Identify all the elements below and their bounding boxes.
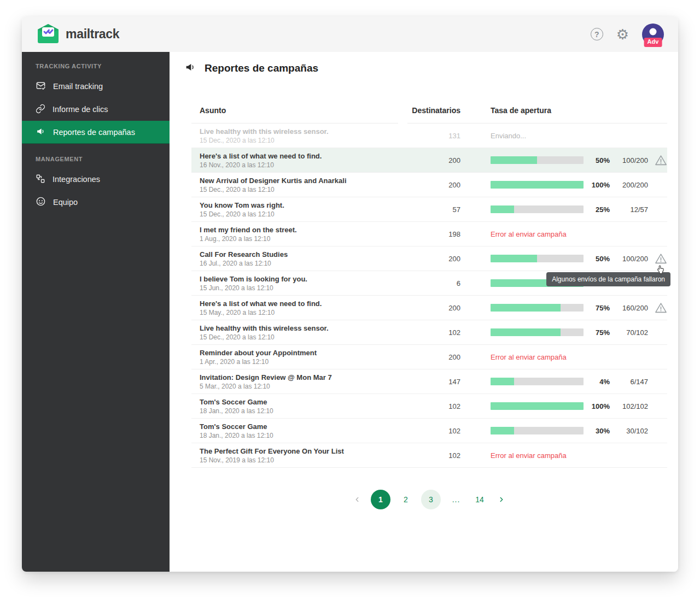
campaign-row[interactable]: Here's a list of what we need to find. 1… — [191, 148, 667, 173]
open-rate-percent: 50% — [584, 255, 610, 263]
mouse-cursor-icon — [656, 265, 666, 275]
campaign-date: 18 Jan., 2020 a las 12:10 — [200, 407, 399, 415]
campaign-date: 15 May., 2020 a las 12:10 — [200, 309, 399, 316]
campaign-date: 15 Jun., 2020 a las 12:10 — [200, 284, 399, 292]
sidebar-item-email-tracking[interactable]: Email tracking — [22, 75, 170, 98]
open-rate-ratio: 160/200 — [610, 304, 648, 312]
sidebar-item-label: Equipo — [53, 198, 78, 207]
campaign-open-rate-cell: 25% 12/57 — [491, 197, 667, 221]
campaign-row[interactable]: The Perfect Gift For Everyone On Your Li… — [191, 443, 667, 468]
warning-triangle-icon[interactable] — [655, 252, 667, 265]
settings-gear-icon[interactable]: ⚙ — [616, 27, 629, 42]
campaign-row[interactable]: Invitation: Design Review @ Mon Mar 7 5 … — [191, 369, 667, 394]
open-rate-percent: 75% — [584, 304, 610, 312]
campaign-subject: Live healthy with this wireless sensor. — [200, 324, 399, 333]
campaign-recipients: 102 — [399, 402, 460, 410]
brand-logo: mailtrack — [36, 23, 119, 46]
campaign-open-rate-cell: 100% 102/102 — [491, 394, 667, 418]
pagination-prev-icon[interactable] — [351, 490, 364, 509]
warning-slot — [648, 400, 667, 413]
campaign-recipients: 57 — [399, 205, 460, 214]
campaign-date: 16 Nov., 2020 a las 12:10 — [200, 161, 399, 169]
mailtrack-logo-icon — [36, 23, 61, 46]
campaign-row[interactable]: Tom's Soccer Game 18 Jan., 2020 a las 12… — [191, 394, 667, 419]
campaign-subject-cell: Call For Research Studies 16 Jul., 2020 … — [191, 250, 399, 268]
pagination-page-1[interactable]: 1 — [371, 490, 390, 509]
progress-track — [491, 181, 584, 189]
pagination-page-3[interactable]: 3 — [421, 490, 441, 509]
open-rate-ratio: 100/200 — [610, 156, 648, 165]
open-rate-progress: 4% 6/147 — [491, 375, 667, 388]
campaign-row[interactable]: Tom's Soccer Game 18 Jan., 2020 a las 12… — [191, 419, 667, 443]
sidebar-section-tracking: TRACKING ACTIVITY — [22, 55, 170, 75]
warning-triangle-icon[interactable] — [655, 302, 667, 314]
campaign-subject-cell: Here's a list of what we need to find. 1… — [191, 151, 399, 169]
envelope-check-icon — [36, 80, 46, 92]
progress-track — [491, 205, 584, 213]
open-rate-percent: 25% — [584, 205, 610, 214]
open-rate-progress: 100% 102/102 — [491, 400, 667, 413]
sidebar-section-management: MANAGEMENT — [22, 148, 170, 168]
open-rate-progress: 75% 160/200 — [491, 302, 667, 314]
progress-track — [491, 328, 584, 336]
campaign-row[interactable]: Reminder about your Appointment 1 Apr., … — [191, 345, 667, 369]
campaign-date: 15 Nov., 2019 a las 12:10 — [200, 456, 399, 464]
campaign-subject: New Arrival of Designer Kurtis and Anark… — [200, 176, 399, 186]
warning-triangle-icon[interactable] — [655, 154, 667, 167]
sidebar-item-label: Integraciones — [52, 175, 100, 184]
campaign-row[interactable]: Live healthy with this wireless sensor. … — [191, 124, 667, 148]
open-rate-percent: 75% — [584, 328, 610, 337]
campaign-open-rate-cell: 50% 100/200 Algunos envíos de la campaña… — [491, 246, 667, 271]
campaign-open-rate-cell: 30% 30/102 — [491, 419, 667, 443]
campaign-recipients: 200 — [399, 255, 460, 263]
campaign-row[interactable]: Here's a list of what we need to find. 1… — [191, 296, 667, 320]
sidebar-item-integraciones[interactable]: Integraciones — [22, 168, 170, 191]
team-icon — [36, 196, 46, 208]
campaign-row[interactable]: New Arrival of Designer Kurtis and Anark… — [191, 173, 667, 197]
sidebar-item-reportes-de-campanas[interactable]: Reportes de campañas — [22, 121, 170, 144]
campaign-open-rate-cell: 50% 100/200 — [491, 148, 667, 172]
open-rate-progress: 50% 100/200 — [491, 154, 667, 167]
column-header-destinatarios: Destinatarios — [399, 106, 460, 115]
sidebar-item-equipo[interactable]: Equipo — [22, 191, 170, 214]
column-header-tasa-de-apertura: Tasa de apertura — [491, 106, 667, 115]
topbar: mailtrack ? ⚙ Adv — [22, 16, 678, 52]
campaign-subject-cell: Here's a list of what we need to find. 1… — [191, 299, 399, 317]
campaign-recipients: 200 — [399, 156, 460, 165]
campaign-subject: Tom's Soccer Game — [200, 422, 399, 432]
campaign-table: Asunto Destinatarios Tasa de apertura Li… — [191, 106, 667, 468]
campaign-status-text: Error al enviar campaña — [491, 451, 567, 460]
open-rate-ratio: 12/57 — [610, 205, 648, 214]
sidebar-item-informe-de-clics[interactable]: Informe de clics — [22, 98, 170, 121]
open-rate-ratio: 70/102 — [610, 328, 648, 337]
campaign-subject: I met my friend on the street. — [200, 225, 399, 235]
pagination-next-icon[interactable] — [495, 490, 508, 509]
open-rate-ratio: 6/147 — [610, 378, 648, 386]
campaign-row[interactable]: You know Tom was right. 15 Dec., 2020 a … — [191, 197, 667, 222]
campaign-subject: Call For Research Studies — [200, 250, 399, 260]
campaign-row[interactable]: Call For Research Studies 16 Jul., 2020 … — [191, 246, 667, 271]
pagination-page-14[interactable]: 14 — [471, 490, 488, 509]
help-icon[interactable]: ? — [591, 28, 603, 40]
campaign-open-rate-cell: Error al enviar campaña — [491, 443, 667, 467]
campaign-recipients: 102 — [399, 451, 460, 460]
campaign-row[interactable]: I met my friend on the street. 1 Aug., 2… — [191, 222, 667, 246]
campaign-recipients: 6 — [399, 279, 460, 287]
avatar[interactable]: Adv — [642, 24, 664, 45]
header-divider — [191, 123, 398, 124]
campaign-recipients: 147 — [399, 378, 460, 386]
campaign-row[interactable]: Live healthy with this wireless sensor. … — [191, 320, 667, 345]
warning-slot — [648, 179, 667, 191]
campaign-recipients: 200 — [399, 353, 460, 361]
open-rate-progress: 30% 30/102 — [491, 425, 667, 437]
megaphone-icon — [36, 126, 46, 138]
progress-fill — [491, 156, 537, 164]
campaign-status-text: Error al enviar campaña — [491, 230, 567, 238]
open-rate-ratio: 200/200 — [610, 181, 648, 189]
campaign-subject-cell: Reminder about your Appointment 1 Apr., … — [191, 348, 399, 366]
page-title: Reportes de campañas — [205, 62, 318, 74]
campaign-subject-cell: I believe Tom is looking for you. 15 Jun… — [191, 274, 399, 292]
pagination-page-2[interactable]: 2 — [398, 490, 414, 509]
campaign-date: 15 Dec., 2020 a las 12:10 — [200, 210, 399, 218]
campaign-subject-cell: Live healthy with this wireless sensor. … — [191, 324, 399, 342]
